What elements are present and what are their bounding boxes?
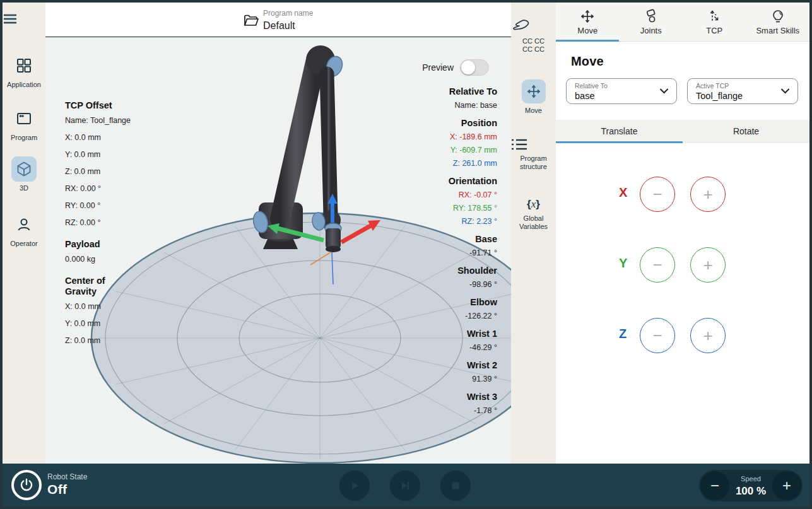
tool-item-global-variables[interactable]: {x} Global Variables xyxy=(511,198,556,231)
preview-control: Preview xyxy=(422,59,489,76)
power-icon xyxy=(20,478,33,492)
joint-value: -1.78 ° xyxy=(384,406,497,415)
tool-item-program-structure[interactable]: Program structure xyxy=(511,137,556,171)
subtab-translate[interactable]: Translate xyxy=(556,126,683,136)
tab-label: Move xyxy=(556,26,620,35)
joints-icon xyxy=(620,9,683,24)
program-name-label: Program name xyxy=(263,9,313,18)
joint-value: -126.22 ° xyxy=(384,312,497,320)
axis-z-label: Z xyxy=(619,327,627,341)
active-subtab-underline xyxy=(556,141,683,143)
sidebar-item-operator[interactable]: Operator xyxy=(3,212,45,247)
tcp-offset-overlay: TCP Offset Name: Tool_flange X: 0.0 mm Y… xyxy=(65,100,134,353)
speed-decrease-button[interactable]: − xyxy=(700,471,729,500)
play-icon xyxy=(349,480,360,491)
panel-heading: Move xyxy=(571,54,604,69)
position-x: X: -189.6 mm xyxy=(384,132,497,141)
speed-value: 100 % xyxy=(728,485,774,498)
jog-row-z: Z − + xyxy=(556,318,809,353)
hamburger-menu-button[interactable] xyxy=(3,11,45,26)
cog-title: Center of Gravity xyxy=(65,276,119,297)
tcp-icon xyxy=(683,9,746,24)
sidebar-item-application[interactable]: Application xyxy=(3,53,45,88)
speed-increase-button[interactable]: + xyxy=(772,471,801,500)
dropdown-label: Active TCP xyxy=(696,82,729,90)
relative-to-name: Name: base xyxy=(384,101,497,110)
joint-label: Elbow xyxy=(384,297,497,308)
payload-value: 0.000 kg xyxy=(65,255,134,264)
sidebar-item-label: Operator xyxy=(3,240,45,247)
dropdown-label: Relative To xyxy=(575,82,608,90)
speed-control: − Speed 100 % + xyxy=(699,470,803,501)
speed-label: Speed xyxy=(728,475,774,483)
joint-value: 91.39 ° xyxy=(384,375,497,383)
tab-tcp[interactable]: TCP xyxy=(683,3,746,41)
person-icon xyxy=(11,212,37,237)
cog-y: Y: 0.0 mm xyxy=(65,319,134,329)
sidebar-item-3d[interactable]: 3D xyxy=(3,156,45,192)
joint-label: Wrist 2 xyxy=(384,360,497,371)
tcp-offset-x: X: 0.0 mm xyxy=(65,133,134,143)
panel-tabbar: Move Joints TCP Smart Skills xyxy=(556,3,809,42)
tab-move[interactable]: Move xyxy=(556,3,620,41)
cog-z: Z: 0.0 mm xyxy=(65,336,134,346)
hamburger-icon xyxy=(3,11,45,26)
active-tcp-dropdown[interactable]: Active TCP Tool_flange xyxy=(687,78,798,104)
subtab-rotate[interactable]: Rotate xyxy=(683,126,809,136)
tool-item-label: CC CC CC CC xyxy=(518,37,550,54)
sidebar-item-program[interactable]: Program xyxy=(3,106,45,141)
stop-button[interactable] xyxy=(440,471,471,501)
joint-value: -46.29 ° xyxy=(384,343,497,352)
folder-open-icon[interactable] xyxy=(244,14,259,28)
tab-smart-skills[interactable]: Smart Skills xyxy=(746,3,810,41)
preview-toggle[interactable] xyxy=(460,59,489,76)
skip-next-icon xyxy=(399,480,411,491)
position-title: Position xyxy=(384,118,497,129)
robot-state-label: Robot State xyxy=(47,472,87,481)
left-sidebar: Application Program 3D Operator xyxy=(3,3,45,464)
relative-to-dropdown[interactable]: Relative To base xyxy=(566,78,677,104)
move-arrows-icon xyxy=(522,79,546,103)
jog-y-plus-button[interactable]: + xyxy=(690,247,726,283)
jog-row-y: Y − + xyxy=(556,247,809,283)
orientation-ry: RY: 178.55 ° xyxy=(384,204,497,213)
jog-x-minus-button[interactable]: − xyxy=(640,177,675,212)
cube-icon xyxy=(11,156,37,182)
joint-value: -98.96 ° xyxy=(384,280,497,289)
tcp-offset-z: Z: 0.0 mm xyxy=(65,167,134,177)
tcp-offset-y: Y: 0.0 mm xyxy=(65,150,134,160)
tool-column: CC CC CC CC Move Program structure {x} G… xyxy=(511,3,556,464)
bottom-bar: Robot State Off − Speed 100 % + xyxy=(3,464,809,506)
axis-y-label: Y xyxy=(619,256,627,271)
joint-value: -91.71 ° xyxy=(384,249,497,257)
app-window: Application Program 3D Operator Program … xyxy=(0,0,812,509)
jog-x-plus-button[interactable]: + xyxy=(690,177,726,212)
jog-z-minus-button[interactable]: − xyxy=(640,318,675,353)
jog-row-x: X − + xyxy=(556,177,809,212)
tool-item-freedrive[interactable]: CC CC CC CC xyxy=(511,18,556,54)
robot-power-button[interactable] xyxy=(11,470,42,500)
robot-state-value: Off xyxy=(47,482,67,497)
tool-item-label: Move xyxy=(511,107,556,115)
tcp-offset-rz: RZ: 0.00 ° xyxy=(65,218,134,228)
variables-icon: {x} xyxy=(527,198,540,210)
right-panel: Move Joints TCP Smart Skills xyxy=(556,3,809,464)
cog-x: X: 0.0 mm xyxy=(65,302,134,312)
sidebar-item-label: Application xyxy=(3,81,45,88)
pose-overlay: Relative To Name: base Position X: -189.… xyxy=(384,86,497,419)
tool-item-move[interactable]: Move xyxy=(511,79,556,115)
joint-label: Shoulder xyxy=(384,266,497,276)
move-arrows-icon xyxy=(556,9,620,24)
grid-icon xyxy=(11,53,37,78)
joint-label: Wrist 3 xyxy=(384,392,497,402)
play-button[interactable] xyxy=(339,471,370,501)
joint-label: Base xyxy=(384,234,497,245)
tab-joints[interactable]: Joints xyxy=(620,3,683,41)
program-name-value[interactable]: Default xyxy=(263,20,295,32)
jog-z-plus-button[interactable]: + xyxy=(690,318,726,353)
step-button[interactable] xyxy=(390,471,420,501)
tab-label: Joints xyxy=(620,26,683,35)
jog-y-minus-button[interactable]: − xyxy=(640,247,675,283)
tool-item-label: Global Variables xyxy=(515,214,553,231)
dropdown-value: Tool_flange xyxy=(696,91,743,101)
